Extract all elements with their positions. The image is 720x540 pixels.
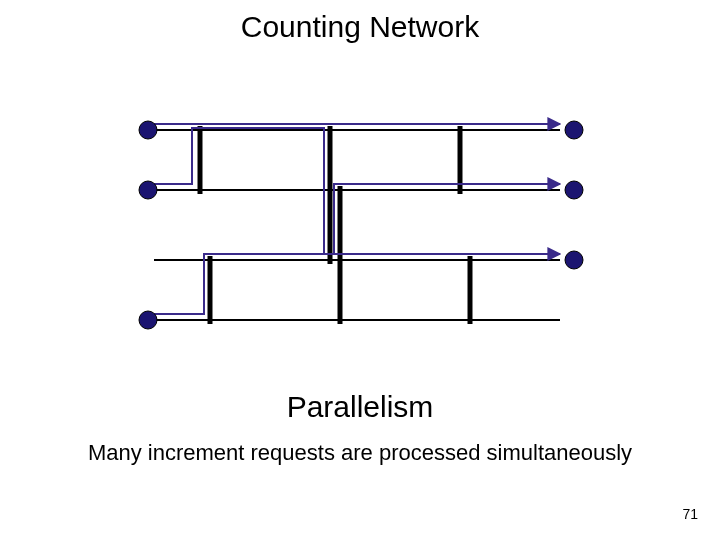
- token: [139, 181, 157, 199]
- counting-network-diagram: [130, 110, 590, 350]
- input-tokens: [139, 121, 157, 329]
- paths: [154, 124, 560, 314]
- page-number: 71: [682, 506, 698, 522]
- token: [139, 121, 157, 139]
- token: [139, 311, 157, 329]
- wires: [154, 130, 560, 320]
- token: [565, 251, 583, 269]
- output-tokens: [565, 121, 583, 269]
- section-subtitle: Parallelism: [0, 390, 720, 424]
- caption-text: Many increment requests are processed si…: [0, 440, 720, 466]
- token: [565, 121, 583, 139]
- page-title: Counting Network: [0, 10, 720, 44]
- path-2: [154, 184, 560, 314]
- token: [565, 181, 583, 199]
